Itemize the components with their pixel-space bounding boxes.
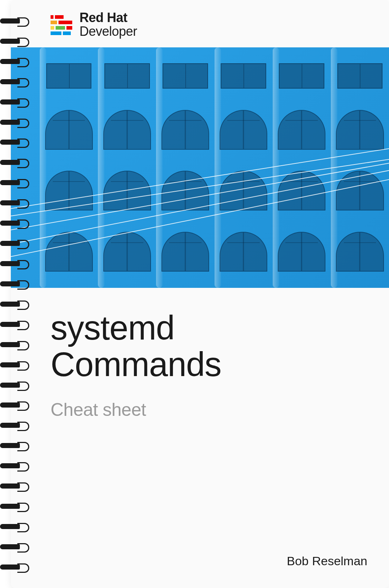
header: Red Hat Developer [11, 0, 389, 47]
logo-text: Red Hat Developer [79, 11, 137, 38]
hero-image [11, 47, 389, 288]
document-subtitle: Cheat sheet [51, 399, 371, 420]
brand-product: Developer [79, 25, 137, 38]
brand-name: Red Hat [79, 11, 137, 25]
document-title: systemd Commands [51, 310, 371, 383]
author-name: Bob Reselman [287, 554, 367, 568]
title-line-2: Commands [51, 345, 221, 383]
content-area: systemd Commands Cheat sheet [11, 288, 389, 435]
building-illustration [11, 47, 389, 288]
cover-page: Red Hat Developer [11, 0, 389, 588]
redhat-logo-icon [51, 15, 72, 34]
title-line-1: systemd [51, 309, 174, 347]
spiral-binding-icon [0, 0, 36, 588]
